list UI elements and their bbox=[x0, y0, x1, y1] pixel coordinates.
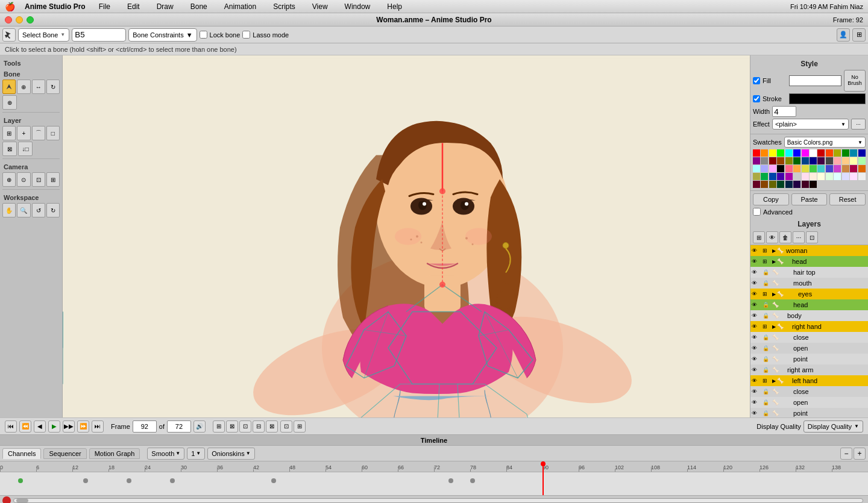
bone-constraints-dropdown[interactable]: Bone Constraints ▼ bbox=[128, 28, 197, 42]
swatch-cell-5[interactable] bbox=[793, 149, 800, 157]
keyframe-dot-4[interactable] bbox=[271, 478, 276, 483]
swatch-cell-19[interactable] bbox=[793, 157, 800, 164]
layer-eye-icon-1[interactable]: 👁 bbox=[752, 258, 760, 264]
menu-file[interactable]: File bbox=[95, 1, 114, 12]
swatch-cell-20[interactable] bbox=[802, 157, 809, 164]
layer-eye-icon-8[interactable]: 👁 bbox=[752, 334, 760, 340]
select-bone-tool[interactable] bbox=[2, 80, 16, 94]
maximize-button[interactable] bbox=[27, 16, 34, 23]
layer-eye-icon-7[interactable]: 👁 bbox=[752, 323, 760, 330]
swatch-cell-23[interactable] bbox=[826, 157, 833, 164]
layer-item-11[interactable]: 👁🔒🦴right arm bbox=[750, 364, 868, 375]
swatch-cell-33[interactable] bbox=[793, 165, 800, 172]
swatch-cell-2[interactable] bbox=[769, 149, 776, 157]
swatch-cell-55[interactable] bbox=[858, 173, 866, 180]
swatch-cell-29[interactable] bbox=[761, 165, 768, 172]
scroll-record-button[interactable] bbox=[2, 496, 11, 504]
menu-window[interactable]: Window bbox=[341, 1, 374, 12]
keyframe-dot-5[interactable] bbox=[448, 478, 453, 483]
timeline-scrollbar[interactable] bbox=[13, 498, 863, 503]
step-forward-button[interactable]: ⏩ bbox=[77, 420, 89, 433]
step-back-button[interactable]: ⏪ bbox=[19, 420, 31, 433]
keyframe-dot-0[interactable] bbox=[18, 478, 23, 483]
tab-motion-graph[interactable]: Motion Graph bbox=[89, 448, 140, 459]
layer-tool3[interactable]: ⌒ bbox=[32, 126, 45, 140]
swatch-cell-40[interactable] bbox=[850, 165, 857, 172]
menu-bone[interactable]: Bone bbox=[187, 1, 211, 12]
swatch-cell-18[interactable] bbox=[785, 157, 793, 164]
swatch-cell-14[interactable] bbox=[753, 157, 760, 164]
layer-eye-icon-4[interactable]: 👁 bbox=[752, 291, 760, 297]
swatch-cell-10[interactable] bbox=[834, 149, 841, 157]
keyframe-dot-3[interactable] bbox=[170, 478, 175, 483]
layer-eye-icon-9[interactable]: 👁 bbox=[752, 345, 760, 351]
onionskins-dropdown[interactable]: Onionskins ▼ bbox=[207, 448, 254, 460]
translate-bone-tool[interactable]: ⊕ bbox=[17, 80, 30, 94]
menu-edit[interactable]: Edit bbox=[124, 1, 143, 12]
canvas-area[interactable] bbox=[63, 55, 750, 417]
swatch-cell-15[interactable] bbox=[761, 157, 768, 164]
layer-item-6[interactable]: 👁🔒🦴body bbox=[750, 310, 868, 321]
swatch-cell-57[interactable] bbox=[761, 181, 768, 188]
swatch-cell-43[interactable] bbox=[761, 173, 768, 180]
go-start-button[interactable]: ⏮ bbox=[5, 420, 17, 433]
window-controls[interactable] bbox=[5, 16, 34, 23]
layer-tool5[interactable]: ⊠ bbox=[2, 142, 17, 156]
swatch-cell-38[interactable] bbox=[834, 165, 841, 172]
swatch-cell-4[interactable] bbox=[785, 149, 793, 157]
swatch-cell-36[interactable] bbox=[817, 165, 825, 172]
total-frames-input[interactable] bbox=[167, 420, 191, 433]
play-button[interactable]: ▶ bbox=[48, 420, 60, 433]
layer-item-8[interactable]: 👁🔒🦴close bbox=[750, 332, 868, 343]
layer-eye-icon-14[interactable]: 👁 bbox=[752, 399, 760, 405]
layer-tool4[interactable]: □ bbox=[46, 126, 60, 140]
layer-eye-icon-6[interactable]: 👁 bbox=[752, 313, 760, 319]
menu-help[interactable]: Help bbox=[383, 1, 406, 12]
swatch-cell-34[interactable] bbox=[802, 165, 809, 172]
layer-eye-icon-11[interactable]: 👁 bbox=[752, 367, 760, 373]
swatch-cell-25[interactable] bbox=[842, 157, 849, 164]
paste-button[interactable]: Paste bbox=[791, 193, 828, 205]
swatch-cell-61[interactable] bbox=[793, 181, 800, 188]
layer-item-14[interactable]: 👁🔒🦴open bbox=[750, 397, 868, 408]
layer-tool1[interactable]: ⊞ bbox=[2, 126, 16, 140]
layer-visibility-button[interactable]: 👁 bbox=[766, 231, 778, 243]
tab-channels[interactable]: Channels bbox=[2, 448, 41, 459]
go-end-button[interactable]: ⏭ bbox=[92, 420, 104, 433]
panel-toggle-button[interactable]: ⊞ bbox=[852, 28, 866, 42]
swatch-cell-26[interactable] bbox=[850, 157, 857, 164]
layer-expand-icon-4[interactable]: ▶ bbox=[772, 292, 776, 297]
layer-eye-icon-15[interactable]: 👁 bbox=[752, 410, 760, 416]
swatch-cell-41[interactable] bbox=[858, 165, 866, 172]
layer-tool6[interactable]: ↓□ bbox=[18, 142, 33, 156]
keyframe-dot-2[interactable] bbox=[127, 478, 131, 483]
swatch-cell-49[interactable] bbox=[810, 173, 817, 180]
next-frame-button[interactable]: ▶▶ bbox=[63, 420, 75, 433]
effect-dropdown[interactable]: <plain> ▼ bbox=[772, 119, 849, 130]
num-dropdown[interactable]: 1 ▼ bbox=[187, 448, 205, 460]
swatch-cell-0[interactable] bbox=[753, 149, 760, 157]
menu-scripts[interactable]: Scripts bbox=[269, 1, 299, 12]
layer-item-10[interactable]: 👁🔒🦴point bbox=[750, 354, 868, 364]
layer-eye-icon-2[interactable]: 👁 bbox=[752, 269, 760, 275]
minimize-button[interactable] bbox=[16, 16, 23, 23]
workspace-tool1[interactable]: ✋ bbox=[2, 203, 16, 217]
swatch-cell-1[interactable] bbox=[761, 149, 768, 157]
menu-view[interactable]: View bbox=[309, 1, 332, 12]
timeline-track[interactable] bbox=[0, 472, 868, 495]
camera-tool1[interactable]: ⊕ bbox=[2, 172, 16, 187]
fill-color-swatch[interactable] bbox=[789, 75, 841, 86]
fit-button[interactable]: ⊡ bbox=[280, 420, 292, 433]
layer-item-9[interactable]: 👁🔒🦴open bbox=[750, 343, 868, 354]
swatch-cell-51[interactable] bbox=[826, 173, 833, 180]
keyframe-dot-1[interactable] bbox=[83, 478, 88, 483]
swatch-cell-9[interactable] bbox=[826, 149, 833, 157]
rotate-bone-tool[interactable]: ↻ bbox=[46, 80, 60, 94]
swatch-cell-8[interactable] bbox=[817, 149, 825, 157]
timeline-ruler[interactable]: 0612182430364248546066727884909610210811… bbox=[0, 461, 868, 472]
swatch-cell-11[interactable] bbox=[842, 149, 849, 157]
scrollbar-thumb[interactable] bbox=[16, 499, 28, 502]
menu-animation[interactable]: Animation bbox=[221, 1, 260, 12]
swatch-cell-45[interactable] bbox=[777, 173, 784, 180]
swatch-cell-56[interactable] bbox=[753, 181, 760, 188]
